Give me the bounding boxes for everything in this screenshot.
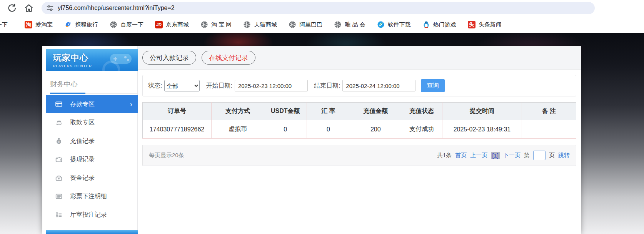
globe-icon — [200, 21, 208, 28]
cell-remark — [522, 120, 576, 139]
bookmark-item-games[interactable]: 热门游戏 — [422, 21, 456, 28]
next-page-link[interactable]: 下一页 — [503, 152, 521, 159]
start-date-input[interactable] — [235, 80, 308, 91]
end-date-input[interactable] — [342, 80, 415, 91]
total-count-text: 共1条 — [437, 152, 452, 159]
screen: yl756.com/hhcp/usercenter.html?iniType=2… — [0, 0, 644, 234]
start-date-label: 开始日期: — [206, 82, 232, 90]
refresh-button[interactable] — [7, 3, 17, 13]
sidebar-item-withdraw[interactable]: 取款专区 — [46, 114, 138, 131]
cell-usdt-amount: 0 — [264, 120, 307, 139]
jump-link[interactable]: 跳转 — [558, 152, 570, 159]
toutiao-icon: 头 — [468, 21, 475, 28]
bookmark-item-taobao-web[interactable]: 淘 宝 网 — [200, 21, 232, 28]
sidebar-item-lottery-bet-details[interactable]: 彩票下注明细 — [46, 188, 138, 205]
hall-bet-icon — [55, 211, 62, 218]
sidebar-item-deposit[interactable]: 存款专区 › — [46, 95, 138, 113]
purse-icon — [55, 174, 62, 181]
bookmark-item-ctrip[interactable]: 携程旅行 — [64, 21, 98, 28]
globe-icon — [110, 21, 117, 28]
jd-icon: JD — [155, 21, 163, 28]
bookmark-item-tmall[interactable]: 天猫商城 — [243, 21, 277, 28]
bookmark-item-vip[interactable]: 唯 品 会 — [334, 21, 365, 28]
current-page-indicator: [1] — [491, 152, 500, 159]
finance-center-heading: 财务中心 — [46, 71, 137, 94]
bookmark-item-toutiao[interactable]: 头 头条新闻 — [468, 21, 502, 28]
sidebar-item-hall-bet-records[interactable]: 厅室投注记录 — [46, 206, 138, 224]
sidebar: 玩家中心 PLAYERS CENTER 财务中心 存款专区 — [42, 46, 138, 234]
players-center-header: 玩家中心 PLAYERS CENTER — [46, 49, 138, 71]
svg-text:¥: ¥ — [58, 140, 60, 144]
content-area: 公司入款记录 在线支付记录 状态: 全部 开始日期: 结束日期: 查询 — [138, 46, 581, 234]
cell-recharge-amount: 200 — [350, 120, 401, 139]
page-jump-input[interactable] — [533, 151, 546, 160]
cell-order-no: 1740307771892662 — [143, 120, 212, 139]
table-header-row: 订单号 支付方式 USDT金额 汇 率 充值金额 充值状态 提交时间 备 注 — [143, 103, 576, 120]
col-remark: 备 注 — [522, 103, 576, 120]
software-download-icon — [377, 21, 385, 28]
money-bag-icon: ¥ — [55, 138, 62, 144]
col-payment-method: 支付方式 — [212, 103, 264, 120]
url-text: yl756.com/hhcp/usercenter.html?iniType=2 — [58, 5, 175, 12]
jump-prefix-label: 第 — [524, 152, 530, 159]
lottery-list-icon — [55, 193, 62, 200]
cell-submit-time: 2025-02-23 18:49:31 — [442, 120, 522, 139]
search-button[interactable]: 查询 — [421, 79, 445, 92]
bookmark-item-alibaba[interactable]: 阿里巴巴 — [289, 21, 322, 28]
taobao-icon: 淘 — [25, 21, 32, 28]
refresh-icon — [7, 3, 17, 13]
pagination-bar: 每页显示20条 共1条 首页 上一页 [1] 下一页 第 页 跳转 — [142, 145, 576, 166]
globe-icon — [334, 21, 342, 28]
jump-suffix-label: 页 — [549, 152, 555, 159]
penguin-game-icon — [422, 21, 430, 28]
col-recharge-status: 充值状态 — [401, 103, 442, 120]
first-page-link[interactable]: 首页 — [455, 152, 467, 159]
bookmark-item-jd[interactable]: JD 京东商城 — [155, 21, 189, 28]
filter-bar: 状态: 全部 开始日期: 结束日期: 查询 — [142, 75, 576, 96]
col-order-no: 订单号 — [143, 103, 212, 120]
col-submit-time: 提交时间 — [442, 103, 522, 120]
col-recharge-amount: 充值金额 — [350, 103, 401, 120]
deposit-card-icon — [55, 101, 62, 108]
bookmark-item-baidu[interactable]: 百度一下 — [110, 21, 143, 28]
record-tabs: 公司入款记录 在线支付记录 — [138, 46, 581, 70]
cell-payment-method: 虚拟币 — [212, 120, 264, 139]
address-bar[interactable]: yl756.com/hhcp/usercenter.html?iniType=2 — [42, 2, 595, 14]
next-section-strip — [46, 230, 138, 234]
browser-toolbar: yl756.com/hhcp/usercenter.html?iniType=2 — [0, 0, 644, 16]
end-date-label: 结束日期: — [314, 82, 340, 90]
wallet-icon — [55, 156, 62, 163]
sidebar-menu: 存款专区 › 取款专区 ¥ 充值记录 — [46, 95, 137, 224]
ctrip-dolphin-icon — [64, 21, 72, 28]
col-exchange-rate: 汇 率 — [307, 103, 350, 120]
col-usdt-amount: USDT金额 — [264, 103, 307, 120]
cell-recharge-status: 支付成功 — [401, 120, 442, 139]
tab-company-deposit-records[interactable]: 公司入款记录 — [142, 51, 196, 65]
home-icon — [24, 3, 34, 13]
status-select[interactable]: 全部 — [164, 80, 200, 91]
table-row: 1740307771892662 虚拟币 0 0 200 支付成功 2025-0… — [143, 120, 576, 139]
status-label: 状态: — [148, 82, 162, 90]
bookmark-item-aitaobao[interactable]: 淘 爱淘宝 — [25, 21, 53, 28]
home-button[interactable] — [24, 3, 34, 13]
bookmark-item-software[interactable]: 软件下载 — [377, 21, 411, 28]
pagination-controls: 共1条 首页 上一页 [1] 下一页 第 页 跳转 — [437, 151, 570, 160]
tab-online-payment-records[interactable]: 在线支付记录 — [202, 51, 255, 65]
sidebar-item-fund-records[interactable]: 资金记录 — [46, 169, 138, 187]
section-title: 财务中心 — [50, 80, 78, 88]
page-size-text: 每页显示20条 — [149, 152, 184, 159]
withdraw-hand-icon — [55, 119, 62, 126]
globe-icon — [243, 21, 251, 28]
section-underline — [50, 93, 138, 94]
bookmark-item-cutoff[interactable]: 一下 — [0, 21, 8, 28]
globe-icon — [289, 21, 296, 28]
sidebar-item-recharge-records[interactable]: ¥ 充值记录 — [46, 132, 138, 150]
sidebar-item-withdrawal-records[interactable]: 提现记录 — [46, 151, 138, 168]
bookmarks-bar: 一下 淘 爱淘宝 携程旅行 百度一下 JD 京东商城 淘 宝 网 天猫商城 阿里… — [0, 16, 644, 33]
prev-page-link[interactable]: 上一页 — [470, 152, 487, 159]
records-table: 订单号 支付方式 USDT金额 汇 率 充值金额 充值状态 提交时间 备 注 1… — [142, 102, 576, 139]
site-info-icon[interactable] — [46, 4, 54, 12]
chevron-right-icon: › — [130, 100, 132, 108]
cell-exchange-rate: 0 — [307, 120, 350, 139]
user-center-panel: 玩家中心 PLAYERS CENTER 财务中心 存款专区 — [42, 46, 581, 234]
